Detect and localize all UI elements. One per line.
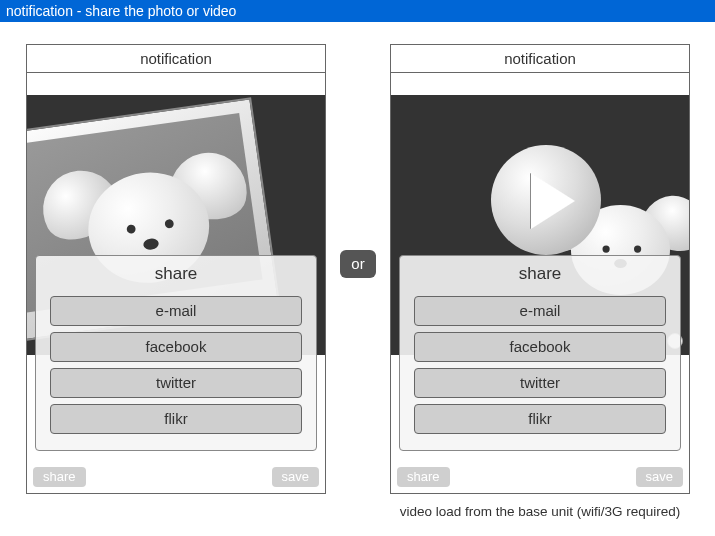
save-button[interactable]: save [272, 467, 319, 487]
screen-title: notification [391, 45, 689, 73]
phone-mock-photo: notification share e-mail facebook twitt… [26, 44, 326, 494]
share-panel: share e-mail facebook twitter flikr [399, 255, 681, 451]
share-option-facebook[interactable]: facebook [414, 332, 666, 362]
video-caption: video load from the base unit (wifi/3G r… [390, 504, 690, 519]
footer-bar: share save [391, 461, 689, 493]
share-option-flikr[interactable]: flikr [50, 404, 302, 434]
play-icon[interactable] [491, 145, 601, 255]
wireframe-stage: notification share e-mail facebook twitt… [0, 22, 715, 536]
share-panel-title: share [36, 256, 316, 290]
or-connector: or [340, 250, 376, 278]
footer-bar: share save [27, 461, 325, 493]
share-option-flikr[interactable]: flikr [414, 404, 666, 434]
share-option-email[interactable]: e-mail [414, 296, 666, 326]
share-button[interactable]: share [33, 467, 86, 487]
window-titlebar: notification - share the photo or video [0, 0, 715, 22]
share-option-twitter[interactable]: twitter [414, 368, 666, 398]
share-option-facebook[interactable]: facebook [50, 332, 302, 362]
share-panel-title: share [400, 256, 680, 290]
screen-title: notification [27, 45, 325, 73]
share-panel: share e-mail facebook twitter flikr [35, 255, 317, 451]
save-button[interactable]: save [636, 467, 683, 487]
share-option-twitter[interactable]: twitter [50, 368, 302, 398]
share-button[interactable]: share [397, 467, 450, 487]
phone-mock-video: notification share e-mail facebook twitt… [390, 44, 690, 494]
share-option-email[interactable]: e-mail [50, 296, 302, 326]
